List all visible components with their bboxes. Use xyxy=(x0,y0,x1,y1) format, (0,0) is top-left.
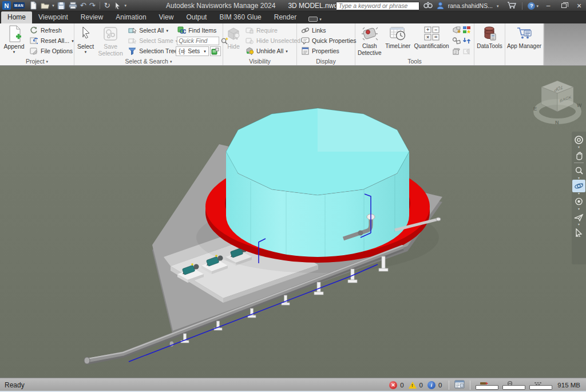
file-options-button[interactable]: File Options xyxy=(28,46,72,56)
quick-properties-button[interactable]: Quick Properties xyxy=(299,35,352,46)
properties-button[interactable]: Properties xyxy=(299,46,352,56)
panel-label-select-search[interactable]: Select & Search▾ xyxy=(74,57,223,65)
save-selection-button[interactable]: Save Selection xyxy=(96,25,125,57)
reset-all-icon xyxy=(29,36,38,45)
scripter-icon[interactable] xyxy=(452,35,461,46)
file-options-icon xyxy=(29,46,38,56)
svg-text:=: = xyxy=(434,34,437,40)
datatools-button[interactable]: DataTools xyxy=(475,25,504,57)
look-tool[interactable] xyxy=(572,195,585,208)
compass-west[interactable]: W xyxy=(577,102,582,108)
restore-button[interactable] xyxy=(558,1,569,10)
batch-utility-icon[interactable] xyxy=(462,35,472,46)
panel-label-project[interactable]: Project▾ xyxy=(0,57,74,65)
open-file-icon[interactable] xyxy=(41,1,49,10)
quick-properties-icon xyxy=(300,36,310,45)
zoom-tool[interactable] xyxy=(572,164,585,177)
steering-wheel-tool[interactable] xyxy=(572,133,585,146)
tab-viewpoint[interactable]: Viewpoint xyxy=(32,11,74,23)
selection-tree-button[interactable]: Selection Tree xyxy=(126,46,173,56)
select-icon xyxy=(81,25,91,42)
status-ready: Ready xyxy=(5,381,25,389)
draw-progress-meter xyxy=(476,381,500,390)
ribbon-display-toggle[interactable]: ▾ xyxy=(308,17,322,22)
tab-review[interactable]: Review xyxy=(74,11,109,23)
refresh-qat-icon[interactable]: ↻ xyxy=(104,2,110,9)
links-button[interactable]: Links xyxy=(299,25,352,35)
new-file-icon[interactable] xyxy=(29,1,38,10)
close-button[interactable]: × xyxy=(573,1,585,10)
tab-animation[interactable]: Animation xyxy=(109,11,152,23)
reset-all-button[interactable]: Reset All... ▾ xyxy=(28,35,72,46)
tab-output[interactable]: Output xyxy=(180,11,213,23)
tab-home[interactable]: Home xyxy=(1,11,32,23)
select-cursor-icon[interactable] xyxy=(113,1,122,10)
compass-east[interactable]: E xyxy=(533,106,537,112)
selection-tree-icon xyxy=(128,46,137,56)
quantification-icon: +−×= xyxy=(424,25,440,42)
require-icon xyxy=(245,26,254,35)
select-button[interactable]: Select ▾ xyxy=(76,25,96,57)
qat-dropdown-icon[interactable]: ▾ xyxy=(125,3,127,7)
find-items-button[interactable]: Find Items xyxy=(176,25,220,35)
warning-count-icon[interactable] xyxy=(409,382,417,389)
app-manager-button[interactable]: App Manager xyxy=(505,25,543,57)
select-same-button[interactable]: Select Same ▾ xyxy=(126,35,173,46)
print-icon[interactable] xyxy=(69,1,77,10)
memory-usage: 915 MB xyxy=(557,382,580,389)
view-cube[interactable]: E W N TOP BACK xyxy=(531,76,584,129)
minimize-button[interactable]: – xyxy=(543,1,554,10)
disk-progress-meter xyxy=(502,381,526,390)
refresh-button[interactable]: Refresh xyxy=(28,25,72,35)
panel-label-tools[interactable]: Tools xyxy=(355,57,474,65)
pan-tool[interactable] xyxy=(572,149,585,161)
save-icon[interactable] xyxy=(57,1,66,10)
panel-label-display[interactable]: Display xyxy=(297,57,355,65)
tab-render[interactable]: Render xyxy=(268,11,303,23)
compare-disabled-icon[interactable] xyxy=(462,46,472,57)
error-count-icon[interactable]: ✕ xyxy=(389,381,397,389)
app-edition-badge: MAN xyxy=(13,2,25,9)
compass-north[interactable]: N xyxy=(555,120,559,125)
compare-scroll-icon[interactable] xyxy=(452,46,461,57)
tab-view[interactable]: View xyxy=(153,11,180,23)
unhide-all-button[interactable]: Unhide All ▾ xyxy=(244,46,294,56)
app-logo-icon[interactable]: N xyxy=(2,1,11,10)
user-dropdown-icon[interactable]: ▾ xyxy=(497,4,499,8)
select-all-button[interactable]: Select All ▾ xyxy=(126,25,173,35)
clash-detective-button[interactable]: Clash Detective xyxy=(356,25,383,57)
quick-find-input[interactable] xyxy=(177,37,219,45)
sets-dropdown[interactable]: {} Sets ▾ xyxy=(176,46,209,56)
animator-icon[interactable] xyxy=(452,25,461,35)
appearance-profiler-icon[interactable] xyxy=(462,25,472,35)
quantification-button[interactable]: +−×= Quantification xyxy=(413,25,450,57)
append-button[interactable]: Append ▾ xyxy=(1,25,27,57)
help-icon[interactable]: ? xyxy=(528,2,535,10)
timeliner-button[interactable]: TimeLiner xyxy=(383,25,413,57)
select-tool[interactable] xyxy=(572,226,585,239)
viewport-3d-scene[interactable] xyxy=(0,66,586,378)
viewport[interactable]: E W N TOP BACK ▾ ▾ ▾ ▾ ▾ xyxy=(0,66,586,378)
info-count-icon[interactable]: i xyxy=(427,381,435,389)
hide-button[interactable]: Hide xyxy=(224,25,243,57)
hide-unselected-button[interactable]: Hide Unselected xyxy=(244,35,294,46)
fly-tool[interactable] xyxy=(572,211,585,223)
import-sets-button[interactable] xyxy=(210,46,221,56)
search-binoculars-icon[interactable] xyxy=(423,2,433,10)
require-button[interactable]: Require xyxy=(244,25,294,35)
svg-text:×: × xyxy=(426,34,429,40)
tab-bim-360-glue[interactable]: BIM 360 Glue xyxy=(213,11,267,23)
open-dropdown-icon[interactable]: ▾ xyxy=(52,3,54,7)
undo-icon[interactable]: ↶ xyxy=(80,2,86,9)
redo-icon[interactable]: ↷ xyxy=(89,2,96,9)
panel-label-visibility[interactable]: Visibility xyxy=(223,57,296,65)
signed-in-user[interactable]: rana.shahidNS... xyxy=(448,2,493,9)
ribbon-empty-area xyxy=(544,23,586,65)
ribbon-tab-bar: Home Viewpoint Review Animation View Out… xyxy=(0,11,586,23)
help-search-input[interactable] xyxy=(336,2,419,10)
sheet-browser-button[interactable] xyxy=(454,380,465,390)
orbit-tool[interactable] xyxy=(572,180,585,192)
toolbar-separator xyxy=(100,2,100,9)
help-menu[interactable]: ? ▾ xyxy=(528,2,539,10)
app-store-cart-icon[interactable] xyxy=(507,1,517,10)
